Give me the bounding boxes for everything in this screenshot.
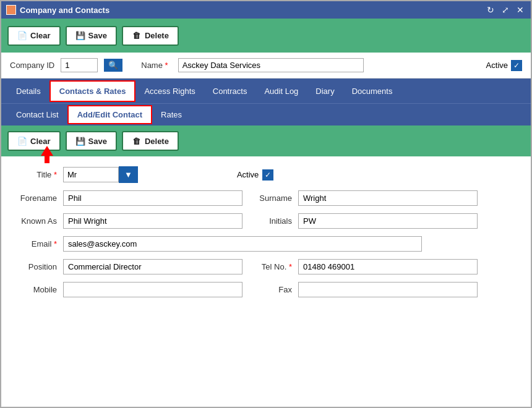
arrow-indicator [36, 143, 58, 168]
resize-button[interactable]: ⤢ [500, 5, 511, 15]
window-title: Company and Contacts [20, 6, 481, 15]
clear-label-1: Clear [30, 31, 51, 40]
tab-audit-log[interactable]: Audit Log [255, 82, 307, 101]
email-input[interactable] [63, 236, 422, 252]
forename-surname-row: Forename Surname [14, 190, 518, 206]
app-icon [6, 5, 16, 15]
save-icon-1: 💾 [75, 31, 85, 41]
delete-label-1: Delete [145, 31, 169, 40]
refresh-button[interactable]: ↻ [485, 5, 496, 15]
tab-contracts[interactable]: Contracts [204, 82, 256, 101]
company-name-label: Name * [141, 61, 168, 70]
save-button-2[interactable]: 💾 Save [66, 131, 117, 151]
trash-icon-2: 🗑 [132, 136, 142, 146]
forename-input[interactable] [63, 190, 242, 206]
fax-input[interactable] [298, 282, 478, 297]
form-active-checkbox[interactable]: ✓ [262, 169, 273, 181]
known-as-label: Known As [14, 216, 63, 226]
sub-tab-contact-list[interactable]: Contact List [7, 106, 67, 123]
fax-label: Fax [255, 285, 298, 294]
title-input[interactable] [63, 167, 119, 182]
form-active-label: Active [237, 170, 259, 179]
svg-marker-0 [41, 146, 53, 156]
position-label: Position [14, 262, 63, 271]
initials-input[interactable] [298, 213, 478, 229]
save-label-1: Save [88, 31, 107, 40]
mobile-fax-row: Mobile Fax [14, 282, 518, 297]
company-name-input[interactable] [178, 58, 364, 72]
title-label: Title * [14, 170, 63, 179]
company-id-label: Company ID [10, 61, 54, 70]
svg-rect-1 [45, 155, 49, 163]
title-bar: Company and Contacts ↻ ⤢ ✕ [1, 1, 531, 19]
active-checkbox[interactable]: ✓ [511, 60, 522, 71]
form-area: Title * ▼ Active ✓ Forename Surname Know… [1, 156, 531, 407]
main-tabs: Details Contacts & Rates Access Rights C… [1, 79, 531, 103]
save-button-1[interactable]: 💾 Save [66, 26, 117, 46]
delete-label-2: Delete [145, 137, 169, 146]
delete-button-1[interactable]: 🗑 Delete [122, 26, 179, 46]
initials-label: Initials [255, 216, 298, 226]
mobile-label: Mobile [14, 285, 63, 294]
tel-input[interactable] [298, 259, 478, 274]
company-id-input[interactable] [61, 58, 98, 72]
email-row: Email * [14, 236, 518, 252]
file-icon-2: 📄 [17, 136, 27, 146]
trash-icon-1: 🗑 [132, 31, 142, 41]
company-row: Company ID 🔍 Name * Active ✓ [1, 53, 531, 79]
position-input[interactable] [63, 259, 242, 274]
tel-label: Tel No. * [255, 262, 298, 271]
form-active-area: Active ✓ [237, 169, 273, 181]
known-as-input[interactable] [63, 213, 242, 229]
name-required: * [165, 61, 168, 70]
email-label: Email * [14, 239, 63, 249]
mobile-input[interactable] [63, 282, 242, 297]
surname-input[interactable] [298, 190, 478, 206]
tab-documents[interactable]: Documents [343, 82, 401, 101]
surname-label: Surname [255, 193, 298, 203]
title-row: Title * ▼ Active ✓ [14, 166, 518, 183]
active-label: Active [486, 61, 508, 70]
tab-access-rights[interactable]: Access Rights [135, 82, 204, 101]
file-icon: 📄 [17, 31, 27, 41]
title-dropdown[interactable]: ▼ [119, 166, 138, 183]
title-select-area: ▼ [63, 166, 138, 183]
save-icon-2: 💾 [75, 136, 85, 146]
close-button[interactable]: ✕ [515, 5, 526, 15]
save-label-2: Save [88, 137, 107, 146]
tab-details[interactable]: Details [7, 82, 49, 101]
active-area: Active ✓ [486, 60, 522, 71]
position-tel-row: Position Tel No. * [14, 259, 518, 274]
delete-button-2[interactable]: 🗑 Delete [122, 131, 179, 151]
sub-tab-rates[interactable]: Rates [152, 106, 191, 123]
search-button[interactable]: 🔍 [104, 59, 122, 72]
sub-tab-add-edit-contact[interactable]: Add/Edit Contact [67, 105, 152, 124]
tab-contacts-rates[interactable]: Contacts & Rates [49, 80, 136, 102]
main-window: Company and Contacts ↻ ⤢ ✕ 📄 Clear 💾 Sav… [0, 0, 532, 408]
toolbar2: 📄 Clear 💾 Save 🗑 Delete [1, 125, 531, 156]
clear-button-1[interactable]: 📄 Clear [7, 26, 61, 46]
toolbar1: 📄 Clear 💾 Save 🗑 Delete [1, 19, 531, 53]
forename-label: Forename [14, 193, 63, 203]
known-as-row: Known As Initials [14, 213, 518, 229]
sub-tabs: Contact List Add/Edit Contact Rates [1, 103, 531, 125]
tab-diary[interactable]: Diary [307, 82, 343, 101]
